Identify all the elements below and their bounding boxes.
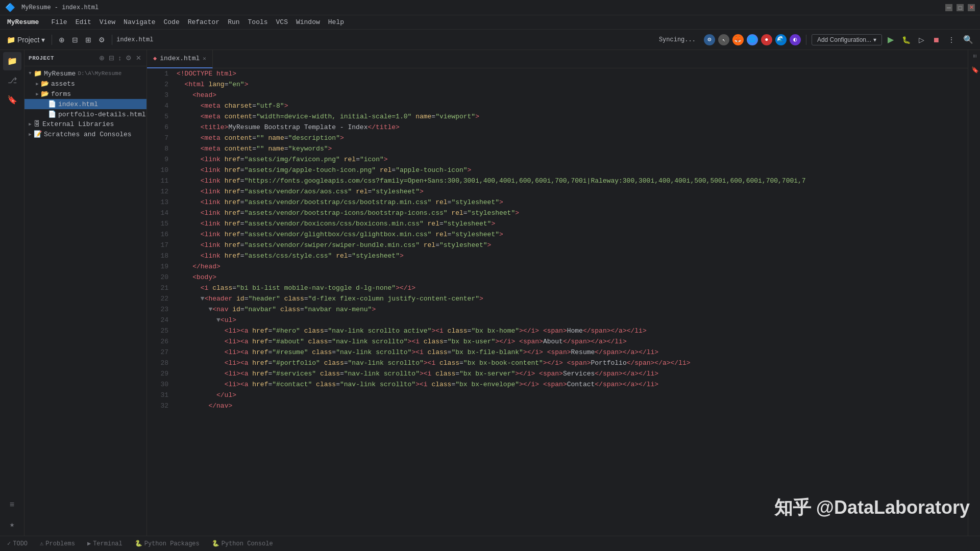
new-file-btn[interactable]: ⊕ bbox=[56, 34, 67, 45]
chrome-dev-icon[interactable]: ⚙ bbox=[704, 34, 715, 45]
firefox-icon[interactable]: 🦊 bbox=[732, 34, 744, 45]
menu-run[interactable]: Run bbox=[224, 17, 243, 28]
todo-label: TODO bbox=[13, 540, 28, 547]
code-line-28: <li><a href="#portfolio" class="nav-link… bbox=[177, 358, 964, 368]
assets-arrow: ▶ bbox=[34, 81, 41, 87]
file-tree-title: Project bbox=[29, 55, 54, 61]
close-button[interactable]: ✕ bbox=[968, 4, 975, 11]
run-button[interactable]: ▶ bbox=[885, 33, 896, 46]
folder-icon: 📁 bbox=[34, 69, 42, 78]
tab-close-btn[interactable]: ✕ bbox=[203, 55, 206, 62]
tree-scratches[interactable]: ▶ 📝 Scratches and Consoles bbox=[24, 129, 146, 139]
ext-libs-label: External Libraries bbox=[42, 120, 114, 128]
code-line-15: <link href="assets/vendor/boxicons/css/b… bbox=[177, 218, 964, 229]
minimize-button[interactable]: ─ bbox=[945, 4, 952, 11]
search-everywhere-button[interactable]: 🔍 bbox=[961, 33, 976, 46]
tab-index-html[interactable]: ◆ index.html ✕ bbox=[147, 50, 213, 68]
code-line-17: <link href="assets/vendor/swiper/swiper-… bbox=[177, 240, 964, 251]
separator-2 bbox=[112, 35, 112, 45]
line-numbers: 1 2 3 4 5 6 7 8 9 10 11 12 13 14 15 16 1… bbox=[147, 68, 173, 536]
code-editor: 1 2 3 4 5 6 7 8 9 10 11 12 13 14 15 16 1… bbox=[147, 68, 968, 536]
run-coverage-button[interactable]: ▷ bbox=[916, 34, 927, 45]
index-label: index.html bbox=[58, 101, 98, 108]
chromium-edge-icon[interactable]: ● bbox=[761, 34, 772, 45]
tree-assets[interactable]: ▶ 📂 assets bbox=[24, 79, 146, 89]
tree-forms[interactable]: ▶ 📂 forms bbox=[24, 89, 146, 99]
structure-right-icon[interactable]: ≡ bbox=[969, 52, 980, 60]
code-line-27: <li><a href="#resume" class="nav-link sc… bbox=[177, 347, 964, 358]
code-content[interactable]: <!DOCTYPE html> <html lang="en"> <head> … bbox=[173, 68, 968, 536]
ext-libs-icon: 🗄 bbox=[34, 120, 40, 128]
code-line-11: <link href="https://fonts.googleapis.com… bbox=[177, 176, 964, 186]
debug-button[interactable]: 🐛 bbox=[899, 34, 913, 45]
settings-btn[interactable]: ⚙ bbox=[96, 34, 108, 45]
tree-root[interactable]: ▼ 📁 MyResume D:\A\MyResume bbox=[24, 68, 146, 79]
code-line-5: <meta content="width=device-width, initi… bbox=[177, 111, 964, 122]
portfolio-file-icon: 📄 bbox=[48, 110, 56, 118]
tree-index-html[interactable]: 📄 index.html bbox=[24, 99, 146, 109]
code-line-9: <link href="assets/img/favicon.png" rel=… bbox=[177, 154, 964, 165]
new-file-tree-btn[interactable]: ⊕ bbox=[98, 53, 106, 63]
editor-area: ◆ index.html ✕ 1 2 3 4 5 6 7 8 9 10 11 1… bbox=[147, 50, 968, 536]
maximize-button[interactable]: □ bbox=[957, 4, 964, 11]
cursor-icon[interactable]: ↖ bbox=[718, 34, 729, 45]
bookmarks-right-icon[interactable]: 🔖 bbox=[969, 64, 980, 76]
tree-close-btn[interactable]: ✕ bbox=[135, 53, 142, 63]
edge-icon[interactable]: 🌊 bbox=[775, 34, 787, 45]
favorites-panel-icon[interactable]: ★ bbox=[3, 515, 21, 534]
python-console-label: Python Console bbox=[222, 540, 273, 547]
structure-panel-icon[interactable]: ≡ bbox=[3, 496, 21, 514]
toolbar: 📁 Project ▾ ⊕ ⊟ ⊞ ⚙ index.html Syncing..… bbox=[0, 30, 980, 50]
separator-3 bbox=[806, 35, 806, 45]
python-packages-tab[interactable]: 🐍 Python Packages bbox=[130, 538, 205, 549]
collapse-tree-btn[interactable]: ⊟ bbox=[108, 53, 115, 63]
problems-tab[interactable]: ⚠ Problems bbox=[35, 538, 80, 549]
stop-button[interactable]: ⏹ bbox=[930, 34, 942, 45]
project-dropdown[interactable]: 📁 Project ▾ bbox=[4, 34, 47, 45]
browser-icons: ⚙ ↖ 🦊 🌐 ● 🌊 ◐ bbox=[704, 34, 801, 45]
menu-file[interactable]: File bbox=[47, 17, 71, 28]
menu-refactor[interactable]: Refactor bbox=[184, 17, 224, 28]
menu-tools[interactable]: Tools bbox=[244, 17, 272, 28]
menu-code[interactable]: Code bbox=[160, 17, 184, 28]
tree-external-libs[interactable]: ▶ 🗄 External Libraries bbox=[24, 119, 146, 129]
add-configuration-button[interactable]: Add Configuration... ▾ bbox=[812, 34, 882, 45]
expand-tree-btn[interactable]: ↕ bbox=[117, 53, 123, 63]
terminal-icon: ▶ bbox=[87, 540, 91, 547]
file-tree-content: ▼ 📁 MyResume D:\A\MyResume ▶ 📂 assets ▶ … bbox=[24, 66, 146, 536]
html-file-icon: 📄 bbox=[48, 100, 56, 108]
code-line-29: <li><a href="#services" class="nav-link … bbox=[177, 368, 964, 379]
menu-brand[interactable]: MyResume bbox=[3, 17, 43, 28]
menu-navigate[interactable]: Navigate bbox=[119, 17, 159, 28]
code-line-32: </nav> bbox=[177, 400, 964, 411]
menu-window[interactable]: Window bbox=[292, 17, 324, 28]
menu-help[interactable]: Help bbox=[324, 17, 348, 28]
scratches-label: Scratches and Consoles bbox=[44, 131, 132, 138]
tab-icon: ◆ bbox=[153, 55, 157, 62]
todo-tab[interactable]: ✓ TODO bbox=[2, 538, 33, 549]
code-line-4: <meta charset="utf-8"> bbox=[177, 101, 964, 111]
forms-folder-icon: 📂 bbox=[41, 90, 49, 98]
code-line-25: <li><a href="#hero" class="nav-link scro… bbox=[177, 325, 964, 336]
expand-btn[interactable]: ⊞ bbox=[83, 34, 94, 45]
bookmarks-panel-icon[interactable]: 🔖 bbox=[3, 91, 21, 109]
menu-vcs[interactable]: VCS bbox=[272, 17, 292, 28]
python-packages-icon: 🐍 bbox=[135, 540, 142, 547]
more-actions-button[interactable]: ⋮ bbox=[945, 34, 958, 45]
commit-panel-icon[interactable]: ⎇ bbox=[3, 71, 21, 90]
project-panel-icon[interactable]: 📁 bbox=[3, 52, 21, 70]
code-line-16: <link href="assets/vendor/glightbox/css/… bbox=[177, 229, 964, 240]
collapse-btn[interactable]: ⊟ bbox=[69, 34, 81, 45]
python-console-tab[interactable]: 🐍 Python Console bbox=[207, 538, 278, 549]
ext-libs-arrow: ▶ bbox=[27, 121, 34, 127]
chrome-icon[interactable]: 🌐 bbox=[747, 34, 758, 45]
tree-portfolio-details[interactable]: 📄 portfolio-details.html bbox=[24, 109, 146, 119]
tree-settings-btn[interactable]: ⚙ bbox=[125, 53, 133, 63]
code-line-7: <meta content="" name="description"> bbox=[177, 133, 964, 143]
code-line-6: <title>MyResume Bootstrap Template - Ind… bbox=[177, 122, 964, 133]
terminal-tab[interactable]: ▶ Terminal bbox=[82, 538, 128, 549]
menu-view[interactable]: View bbox=[95, 17, 119, 28]
menu-edit[interactable]: Edit bbox=[71, 17, 95, 28]
arc-icon[interactable]: ◐ bbox=[790, 34, 801, 45]
file-tree-header: Project ⊕ ⊟ ↕ ⚙ ✕ bbox=[24, 50, 146, 66]
